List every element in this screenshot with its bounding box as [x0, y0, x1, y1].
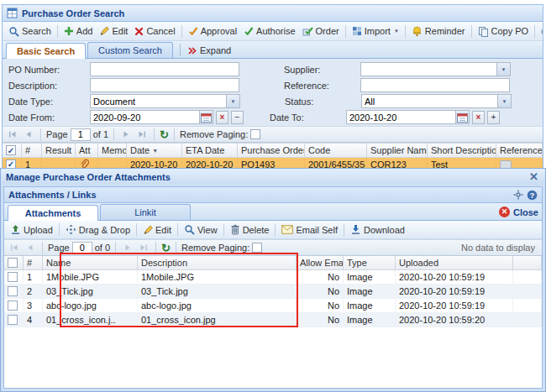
col-att[interactable]: Att — [76, 144, 98, 158]
col-code[interactable]: Code — [305, 144, 367, 158]
print-export-button[interactable]: Print/Export ▼ — [538, 24, 543, 38]
edit-attachment-button[interactable]: Edit — [139, 223, 175, 237]
refresh-icon[interactable]: ↻ — [161, 243, 171, 253]
last-page-button[interactable] — [135, 128, 149, 141]
cell-name: 03_Tick.jpg — [43, 285, 138, 298]
row-checkbox[interactable] — [8, 272, 18, 282]
description-input[interactable] — [90, 78, 239, 92]
delete-button-label: Delete — [243, 225, 270, 235]
attachment-row[interactable]: 4 01_cross_icon.j.. 01_cross_icon.jpg No… — [4, 313, 542, 327]
gear-icon[interactable] — [513, 190, 523, 200]
date-to-input[interactable] — [346, 110, 455, 124]
col-allow-email[interactable]: Allow Email — [297, 256, 344, 270]
col-date[interactable]: Date▼ — [127, 144, 182, 158]
window-title: Purchase Order Search — [22, 8, 124, 18]
supplier-input[interactable] — [360, 62, 496, 76]
col-name[interactable]: Name — [43, 256, 138, 270]
next-page-button[interactable] — [119, 128, 133, 141]
authorise-button[interactable]: Authorise — [240, 24, 298, 38]
col-short-description[interactable]: Short Description — [428, 144, 496, 158]
col-num[interactable]: # — [24, 256, 43, 270]
tab-linkit[interactable]: Linkit — [100, 204, 191, 220]
select-all-checkbox[interactable] — [6, 145, 16, 155]
attachment-row[interactable]: 2 03_Tick.jpg 03_Tick.jpg No Image 2020-… — [4, 285, 542, 299]
import-button[interactable]: Import ▼ — [349, 24, 402, 38]
chevron-down-icon[interactable]: ▼ — [497, 94, 512, 108]
search-button-label: Search — [22, 26, 51, 36]
next-page-button[interactable] — [121, 241, 134, 254]
col-num[interactable]: # — [22, 144, 42, 158]
tab-attachments-label: Attachments — [25, 208, 81, 218]
toolbar-separator — [471, 25, 472, 38]
status-input[interactable] — [361, 94, 497, 108]
tab-basic-search[interactable]: Basic Search — [6, 43, 86, 59]
col-supplier-name[interactable]: Supplier Name — [367, 144, 428, 158]
chevron-down-icon[interactable]: ▼ — [226, 94, 240, 108]
date-from-input[interactable] — [90, 110, 199, 124]
clear-date-from-button[interactable]: × — [216, 111, 228, 124]
search-button[interactable]: Search — [5, 24, 55, 39]
download-button[interactable]: Download — [347, 222, 408, 237]
prev-page-button[interactable] — [24, 241, 37, 254]
attachment-row[interactable]: 1 1Mobile.JPG 1Mobile.JPG No Image 2020-… — [4, 270, 542, 285]
po-number-input[interactable] — [90, 62, 239, 76]
copy-po-button[interactable]: Copy PO — [475, 24, 533, 39]
tab-custom-search[interactable]: Custom Search — [87, 42, 173, 58]
select-all-header[interactable] — [4, 256, 24, 270]
clear-date-to-button[interactable]: × — [472, 111, 485, 124]
chevron-down-icon[interactable]: ▼ — [496, 62, 511, 76]
order-button[interactable]: Order — [299, 24, 343, 38]
upload-button[interactable]: Upload — [7, 222, 56, 237]
col-result[interactable]: Result — [42, 144, 76, 158]
row-checkbox[interactable] — [8, 315, 18, 325]
date-type-input[interactable] — [90, 94, 226, 108]
col-memo[interactable]: Memo — [98, 144, 127, 158]
delete-button[interactable]: Delete — [227, 222, 273, 237]
reference-input[interactable] — [360, 78, 510, 92]
col-reference[interactable]: Reference — [496, 144, 543, 158]
calendar-icon[interactable] — [199, 110, 213, 124]
close-icon[interactable]: ✕ — [528, 171, 540, 182]
reminder-button[interactable]: Reminder — [408, 24, 469, 39]
refresh-icon[interactable]: ↻ — [160, 129, 169, 140]
approval-button[interactable]: Approval — [185, 24, 240, 38]
col-type[interactable]: Type — [344, 256, 396, 270]
view-button[interactable]: View — [181, 222, 221, 237]
calendar-icon[interactable] — [455, 110, 470, 124]
date-from-minus-button[interactable]: − — [231, 111, 244, 124]
expand-button[interactable]: Expand — [187, 45, 231, 55]
select-all-header[interactable] — [3, 144, 22, 158]
edit-button[interactable]: Edit — [96, 24, 131, 38]
date-type-label: Date Type: — [3, 97, 90, 107]
col-description[interactable]: Description — [138, 256, 297, 270]
remove-paging-checkbox[interactable] — [250, 129, 260, 139]
first-page-button[interactable] — [6, 128, 19, 141]
dropdown-arrow-icon: ▼ — [394, 29, 399, 34]
attachments-paging-toolbar: Page of 0 ↻ Remove Paging: No data to di… — [4, 239, 542, 256]
add-button[interactable]: Add — [60, 24, 97, 38]
date-type-combo: ▼ — [90, 94, 240, 108]
select-all-checkbox[interactable] — [8, 258, 18, 268]
attachment-row[interactable]: 3 abc-logo.jpg abc-logo.jpg No Image 202… — [4, 299, 542, 313]
cell-allow-email: No — [297, 299, 344, 312]
page-number-input[interactable] — [72, 242, 92, 254]
first-page-button[interactable] — [8, 241, 21, 254]
page-number-input[interactable] — [71, 128, 91, 141]
prev-page-button[interactable] — [22, 128, 35, 141]
edit-icon — [143, 225, 153, 235]
col-uploaded[interactable]: Uploaded — [396, 256, 513, 270]
close-button[interactable]: ✕ Close — [499, 206, 538, 217]
drag-drop-button[interactable]: Drag & Drop — [62, 222, 134, 237]
email-self-button[interactable]: Email Self — [278, 223, 341, 237]
last-page-button[interactable] — [137, 241, 150, 254]
col-eta-date[interactable]: ETA Date — [182, 144, 238, 158]
col-po-number[interactable]: Purchase Order Nu — [238, 144, 305, 158]
tab-attachments[interactable]: Attachments — [8, 205, 98, 221]
help-icon[interactable]: ? — [527, 190, 538, 201]
row-checkbox[interactable] — [8, 286, 18, 296]
row-checkbox[interactable] — [8, 301, 18, 311]
date-to-plus-button[interactable]: + — [487, 111, 500, 124]
cancel-button[interactable]: Cancel — [131, 24, 178, 38]
remove-paging-checkbox[interactable] — [252, 243, 262, 253]
toolbar-separator — [59, 223, 60, 236]
